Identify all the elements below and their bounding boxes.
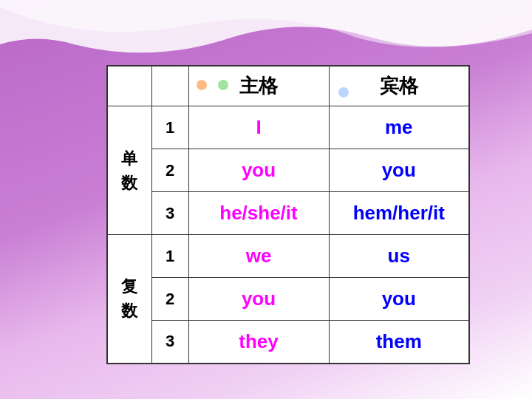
zhuger-value: you [242,159,276,181]
header-empty1 [107,66,151,106]
pronouns-table: 主格 宾格 单数 1 I me 2 you you 3 he/she/it he… [106,65,470,364]
row-number: 2 [151,149,188,192]
zhuger-cell: he/she/it [188,192,329,235]
zhuger-value: I [256,116,261,138]
zhuger-cell: we [188,235,329,278]
binge-value: us [388,245,410,267]
table-row: 单数 1 I me [107,106,469,149]
binge-value: them [376,330,422,352]
zhuger-cell: you [188,278,329,321]
table-row: 复数 1 we us [107,235,469,278]
header-binge: 宾格 [329,66,469,106]
table-row: 3 he/she/it hem/her/it [107,192,469,235]
zhuger-value: you [242,287,276,310]
dot-green [218,80,228,90]
binge-cell: hem/her/it [329,192,469,235]
header-zhuger: 主格 [188,66,329,106]
table-row: 2 you you [107,149,469,192]
zhuger-label: 主格 [239,75,278,97]
binge-cell: you [329,149,469,192]
plural-label: 复数 [107,235,151,364]
singular-label: 单数 [107,106,151,235]
binge-cell: you [329,278,469,321]
header-empty2 [151,66,188,106]
main-content: 主格 宾格 单数 1 I me 2 you you 3 he/she/it he… [66,52,510,377]
binge-cell: them [329,321,469,364]
table-header-row: 主格 宾格 [107,66,469,106]
zhuger-cell: you [188,149,329,192]
binge-label: 宾格 [380,75,418,97]
row-number: 1 [151,235,188,278]
zhuger-value: we [246,245,272,267]
row-number: 3 [151,192,188,235]
row-number: 2 [151,278,188,321]
dot-blue [338,87,349,98]
zhuger-value: he/she/it [219,202,297,224]
zhuger-cell: they [188,321,329,364]
binge-value: you [382,287,416,310]
zhuger-cell: I [188,106,329,149]
row-number: 1 [151,106,188,149]
zhuger-value: they [239,330,278,352]
binge-cell: us [329,235,469,278]
binge-cell: me [329,106,469,149]
dot-orange [197,80,207,90]
table-row: 3 they them [107,321,469,364]
binge-value: hem/her/it [353,202,445,224]
row-number: 3 [151,321,188,364]
binge-value: me [385,116,413,138]
table-row: 2 you you [107,278,469,321]
binge-value: you [382,159,416,181]
